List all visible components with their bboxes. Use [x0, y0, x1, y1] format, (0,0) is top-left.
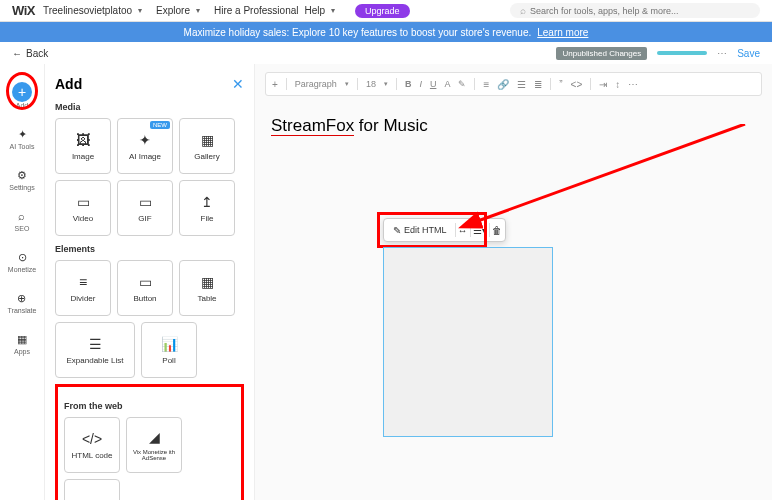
delete-icon[interactable]: 🗑	[492, 225, 502, 236]
width-icon[interactable]: ↔	[458, 225, 468, 236]
save-button[interactable]: Save	[737, 48, 760, 59]
tile-adsense[interactable]: ◢Vix Monetize ith AdSense	[126, 417, 182, 473]
rail-ai-tools[interactable]: ✦AI Tools	[10, 127, 35, 150]
learn-more-link[interactable]: Learn more	[537, 27, 588, 38]
align-icon[interactable]: ☰▾	[473, 225, 487, 236]
list-icon: ☰	[89, 336, 102, 352]
search-box[interactable]: ⌕	[510, 3, 760, 18]
video-icon: ▭	[77, 194, 90, 210]
post-content[interactable]: StreamFox for Music	[265, 116, 762, 136]
tile-gif[interactable]: ▭GIF	[117, 180, 173, 236]
media-section-label: Media	[55, 102, 244, 112]
chevron-down-icon[interactable]: ▾	[138, 6, 142, 15]
table-icon: ▦	[201, 274, 214, 290]
upload-icon: ↥	[201, 194, 213, 210]
promo-banner: Maximize holiday sales: Explore 10 key f…	[0, 22, 772, 42]
chevron-down-icon[interactable]: ▾	[331, 6, 335, 15]
tile-soundcloud[interactable]: ☁SoundCloud	[64, 479, 120, 500]
quote-icon[interactable]: ”	[559, 79, 562, 90]
search-icon: ⌕	[15, 209, 29, 223]
banner-text: Maximize holiday sales: Explore 10 key f…	[184, 27, 532, 38]
html-embed-placeholder[interactable]	[383, 247, 553, 437]
numbered-list-icon[interactable]: ≣	[534, 79, 542, 90]
site-name[interactable]: Treelinesovietplatoo	[43, 5, 132, 16]
rail-translate[interactable]: ⊕Translate	[8, 291, 37, 314]
italic-button[interactable]: I	[419, 79, 422, 89]
tile-video[interactable]: ▭Video	[55, 180, 111, 236]
left-rail: + Add ✦AI Tools ⚙Settings ⌕SEO ⊙Monetize…	[0, 64, 45, 500]
plus-icon[interactable]: +	[272, 79, 278, 90]
poll-icon: 📊	[161, 336, 178, 352]
list-icon[interactable]: ☰	[517, 79, 526, 90]
rail-settings[interactable]: ⚙Settings	[9, 168, 34, 191]
tile-table[interactable]: ▦Table	[179, 260, 235, 316]
tile-html-code[interactable]: </>HTML code	[64, 417, 120, 473]
soundcloud-icon: ☁	[85, 493, 99, 501]
close-icon[interactable]: ✕	[232, 76, 244, 92]
paragraph-dropdown[interactable]: Paragraph	[295, 79, 337, 89]
svg-line-0	[475, 124, 745, 222]
rail-apps[interactable]: ▦Apps	[14, 332, 30, 355]
indent-icon[interactable]: ⇥	[599, 79, 607, 90]
rail-monetize[interactable]: ⊙Monetize	[8, 250, 36, 273]
pencil-icon: ✎	[393, 225, 401, 236]
underline-button[interactable]: U	[430, 79, 437, 89]
bold-button[interactable]: B	[405, 79, 412, 89]
add-panel: Add ✕ Media 🖼Image NEW✦AI Image ▦Gallery…	[45, 64, 255, 500]
tile-button[interactable]: ▭Button	[117, 260, 173, 316]
adsense-icon: ◢	[149, 429, 160, 445]
tile-ai-image[interactable]: NEW✦AI Image	[117, 118, 173, 174]
rail-add[interactable]: + Add	[12, 82, 32, 109]
panel-title: Add	[55, 76, 82, 92]
tile-gallery[interactable]: ▦Gallery	[179, 118, 235, 174]
line-height-icon[interactable]: ↕	[615, 79, 620, 90]
menu-help[interactable]: Help	[304, 5, 325, 16]
grid-icon: ▦	[15, 332, 29, 346]
text-toolbar: + Paragraph▾ 18▾ B I U A ✎ ≡ 🔗 ☰ ≣ ” <> …	[265, 72, 762, 96]
globe-icon: ⊕	[15, 291, 29, 305]
dollar-icon: ⊙	[15, 250, 29, 264]
top-bar: WiX Treelinesovietplatoo ▾ Explore ▾ Hir…	[0, 0, 772, 22]
align-icon[interactable]: ≡	[483, 79, 489, 90]
editor-canvas: + Paragraph▾ 18▾ B I U A ✎ ≡ 🔗 ☰ ≣ ” <> …	[255, 64, 772, 500]
wix-logo[interactable]: WiX	[12, 3, 35, 18]
back-button[interactable]: Back	[26, 48, 48, 59]
more-icon[interactable]: ⋯	[628, 79, 638, 90]
link-icon[interactable]: 🔗	[497, 79, 509, 90]
search-input[interactable]	[530, 6, 750, 16]
sub-header: ← Back Unpublished Changes ⋯ Save	[0, 42, 772, 64]
divider-icon: ≡	[79, 274, 87, 290]
rail-seo[interactable]: ⌕SEO	[15, 209, 30, 232]
text-color-button[interactable]: A	[444, 79, 450, 89]
gallery-icon: ▦	[201, 132, 214, 148]
button-icon: ▭	[139, 274, 152, 290]
plus-icon[interactable]: +	[12, 82, 32, 102]
tile-image[interactable]: 🖼Image	[55, 118, 111, 174]
code-icon: </>	[82, 431, 102, 447]
heading-word-a: StreamFox	[271, 116, 354, 136]
tile-poll[interactable]: 📊Poll	[141, 322, 197, 378]
progress-bar	[657, 51, 707, 55]
tile-expandable-list[interactable]: ☰Expandable List	[55, 322, 135, 378]
code-icon[interactable]: <>	[571, 79, 583, 90]
options-icon[interactable]: ⋯	[717, 48, 727, 59]
elements-section-label: Elements	[55, 244, 244, 254]
upgrade-button[interactable]: Upgrade	[355, 4, 410, 18]
menu-explore[interactable]: Explore	[156, 5, 190, 16]
web-section-label: From the web	[64, 401, 235, 411]
tile-file[interactable]: ↥File	[179, 180, 235, 236]
new-badge: NEW	[150, 121, 170, 129]
highlight-button[interactable]: ✎	[458, 79, 466, 89]
gif-icon: ▭	[139, 194, 152, 210]
chevron-down-icon[interactable]: ▾	[196, 6, 200, 15]
gear-icon: ⚙	[15, 168, 29, 182]
tile-divider[interactable]: ≡Divider	[55, 260, 111, 316]
unpublished-badge: Unpublished Changes	[556, 47, 647, 60]
edit-html-button[interactable]: ✎ Edit HTML	[387, 222, 453, 239]
font-size[interactable]: 18	[366, 79, 376, 89]
post-heading[interactable]: StreamFox for Music	[271, 116, 762, 136]
heading-word-b: for Music	[354, 116, 428, 135]
annotation-box-web: From the web </>HTML code ◢Vix Monetize …	[55, 384, 244, 500]
menu-hire[interactable]: Hire a Professional	[214, 5, 298, 16]
back-arrow-icon[interactable]: ←	[12, 48, 22, 59]
